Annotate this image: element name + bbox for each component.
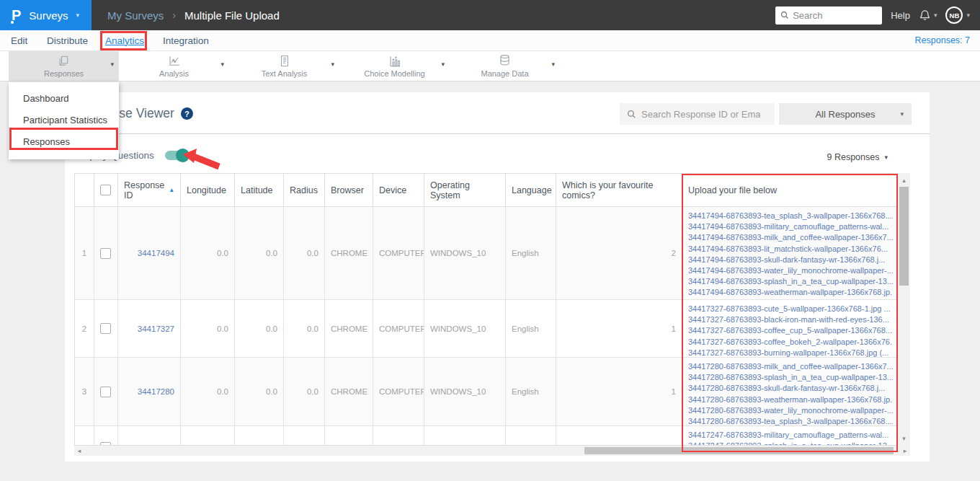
toolbar-responses[interactable]: Responses ▾ bbox=[9, 51, 119, 81]
chevron-down-icon[interactable]: ▾ bbox=[331, 61, 334, 68]
table-row: 34417247-68763893-military_camouflage_pa… bbox=[75, 426, 899, 446]
file-link[interactable]: 34417327-68763893-burning-wallpaper-1366… bbox=[688, 348, 893, 357]
file-link[interactable]: 34417494-68763893-weatherman-wallpaper-1… bbox=[688, 287, 893, 298]
column-header-radius[interactable]: Radius bbox=[284, 174, 325, 206]
app-logo-surveys-menu[interactable]: P Surveys ▾ bbox=[0, 0, 92, 30]
cell-check bbox=[94, 207, 118, 299]
cell-num bbox=[75, 426, 94, 446]
file-link[interactable]: 34417494-68763893-tea_splash_3-wallpaper… bbox=[688, 211, 893, 221]
tab-edit[interactable]: Edit bbox=[11, 30, 27, 50]
cell-comics: 2 bbox=[556, 207, 682, 299]
column-header-upload-your-file-below[interactable]: Upload your file below bbox=[682, 174, 899, 206]
breadcrumb-my-surveys[interactable]: My Surveys bbox=[107, 9, 164, 22]
cell-longitude: 0.0 bbox=[181, 300, 235, 357]
menu-item-responses[interactable]: Responses bbox=[9, 131, 119, 152]
file-link[interactable]: 34417280-68763893-weatherman-wallpaper-1… bbox=[688, 394, 893, 405]
response-id-link[interactable]: 34417494 bbox=[118, 207, 181, 299]
file-link[interactable]: 34417247-68763893-splash_in_a_tea_cup-wa… bbox=[688, 441, 893, 446]
account-menu[interactable]: NB ▾ bbox=[945, 6, 970, 24]
response-filter-dropdown[interactable]: All Responses ▾ bbox=[779, 103, 912, 125]
toolbar-choice-modelling[interactable]: Choice Modelling ▾ bbox=[339, 51, 450, 81]
chevron-down-icon[interactable]: ▾ bbox=[220, 61, 224, 68]
chevron-down-icon[interactable]: ▾ bbox=[441, 61, 445, 68]
cell-os bbox=[424, 426, 506, 446]
file-link[interactable]: 34417327-68763893-coffee_bokeh_2-wallpap… bbox=[688, 337, 893, 348]
cell-radius: 0.0 bbox=[284, 300, 325, 357]
toolbar-analysis[interactable]: Analysis ▾ bbox=[119, 51, 229, 81]
cell-device: COMPUTER bbox=[373, 300, 424, 357]
column-header-device[interactable]: Device bbox=[373, 174, 424, 206]
cell-num: 3 bbox=[75, 358, 94, 425]
vertical-scrollbar[interactable]: ▴ ▾ bbox=[898, 173, 910, 446]
help-link[interactable]: Help bbox=[891, 10, 910, 21]
table-row: 3344172800.00.00.0CHROMECOMPUTERWINDOWS_… bbox=[75, 358, 899, 426]
column-header-latitude[interactable]: Latitude bbox=[235, 174, 284, 206]
file-link[interactable]: 34417494-68763893-splash_in_a_tea_cup-wa… bbox=[688, 276, 893, 287]
global-search[interactable] bbox=[775, 6, 882, 25]
toolbar-manage-data[interactable]: Manage Data ▾ bbox=[450, 51, 560, 81]
cell-device: COMPUTER bbox=[373, 207, 424, 299]
row-checkbox[interactable] bbox=[100, 323, 111, 334]
file-link[interactable]: 34417327-68763893-coffee_cup_5-wallpaper… bbox=[688, 325, 893, 336]
chevron-down-icon[interactable]: ▾ bbox=[551, 61, 555, 68]
scroll-right-arrow[interactable]: ▸ bbox=[900, 446, 910, 456]
file-link[interactable]: 34417494-68763893-military_camouflage_pa… bbox=[688, 221, 893, 232]
notifications-button[interactable]: ▾ bbox=[919, 9, 937, 22]
column-header-operating-system[interactable]: Operating System bbox=[424, 174, 506, 206]
chevron-down-icon[interactable]: ▾ bbox=[110, 61, 114, 68]
tab-analytics[interactable]: Analytics bbox=[105, 30, 144, 50]
file-link[interactable]: 34417494-68763893-water_lily_monochrome-… bbox=[688, 265, 893, 276]
help-icon[interactable]: ? bbox=[181, 107, 193, 120]
file-link[interactable]: 34417280-68763893-tea_splash_3-wallpaper… bbox=[688, 416, 893, 425]
row-checkbox[interactable] bbox=[100, 248, 111, 259]
scroll-down-arrow[interactable]: ▾ bbox=[898, 433, 910, 444]
scroll-left-arrow[interactable]: ◂ bbox=[74, 446, 84, 456]
column-header-check[interactable] bbox=[94, 174, 118, 206]
scroll-up-arrow[interactable]: ▴ bbox=[898, 175, 910, 186]
file-link[interactable]: 34417280-68763893-water_lily_monochrome-… bbox=[688, 405, 893, 416]
file-link[interactable]: 34417327-68763893-black-iron-man-with-re… bbox=[688, 314, 893, 325]
file-link[interactable]: 34417494-68763893-milk_and_coffee-wallpa… bbox=[688, 232, 893, 243]
response-id-link[interactable]: 34417327 bbox=[118, 300, 181, 357]
file-link[interactable]: 34417247-68763893-military_camouflage_pa… bbox=[688, 430, 893, 441]
cell-longitude: 0.0 bbox=[181, 358, 235, 425]
responses-summary-dropdown[interactable]: 9 Responses ▾ bbox=[827, 152, 888, 162]
cell-os: WINDOWS_10 bbox=[424, 300, 506, 357]
global-search-input[interactable] bbox=[793, 10, 872, 21]
chevron-down-icon: ▾ bbox=[884, 154, 888, 161]
cell-browser: CHROME bbox=[325, 358, 373, 425]
menu-item-dashboard[interactable]: Dashboard bbox=[9, 87, 119, 109]
display-questions-toggle[interactable] bbox=[165, 151, 187, 160]
file-link[interactable]: 34417494-68763893-lit_matchstick-wallpap… bbox=[688, 244, 893, 255]
column-header-language[interactable]: Language bbox=[506, 174, 556, 206]
cell-language: English bbox=[506, 207, 556, 299]
file-link[interactable]: 34417327-68763893-cute_5-wallpaper-1366x… bbox=[688, 304, 893, 314]
responses-count-badge[interactable]: Responses: 7 bbox=[915, 30, 970, 50]
file-link[interactable]: 34417280-68763893-skull-dark-fantasy-wr-… bbox=[688, 383, 893, 394]
response-viewer-panel: Response Viewer ? All Responses ▾ Displa… bbox=[65, 92, 930, 462]
file-link[interactable]: 34417280-68763893-milk_and_coffee-wallpa… bbox=[688, 361, 893, 372]
file-link[interactable]: 34417280-68763893-splash_in_a_tea_cup-wa… bbox=[688, 372, 893, 383]
cell-os: WINDOWS_10 bbox=[424, 207, 506, 299]
horizontal-scrollbar-thumb[interactable] bbox=[584, 447, 894, 454]
response-search[interactable] bbox=[620, 103, 775, 125]
response-search-input[interactable] bbox=[641, 109, 760, 120]
column-header-browser[interactable]: Browser bbox=[325, 174, 373, 206]
select-all-checkbox[interactable] bbox=[100, 185, 111, 195]
tab-distribute[interactable]: Distribute bbox=[47, 30, 88, 50]
row-checkbox[interactable] bbox=[100, 387, 111, 397]
response-id-link[interactable]: 34417280 bbox=[118, 358, 181, 425]
toolbar-text-analysis[interactable]: Text Analysis ▾ bbox=[229, 51, 339, 81]
search-icon bbox=[627, 110, 636, 119]
horizontal-scrollbar[interactable]: ◂ ▸ bbox=[74, 446, 910, 456]
column-header-num[interactable] bbox=[75, 174, 94, 206]
column-header-which-is-your-favourite-comics-[interactable]: Which is your favourite comics? bbox=[556, 174, 682, 206]
column-header-longitude[interactable]: Longitude bbox=[181, 174, 235, 206]
menu-item-participant-statistics[interactable]: Participant Statistics bbox=[9, 109, 119, 131]
vertical-scrollbar-thumb[interactable] bbox=[899, 187, 909, 286]
file-link[interactable]: 34417494-68763893-skull-dark-fantasy-wr-… bbox=[688, 255, 893, 265]
cell-longitude bbox=[181, 426, 235, 446]
column-header-response-id[interactable]: Response ID▲ bbox=[118, 174, 181, 206]
tab-integration[interactable]: Integration bbox=[163, 30, 209, 50]
cell-comics: 1 bbox=[556, 300, 682, 357]
